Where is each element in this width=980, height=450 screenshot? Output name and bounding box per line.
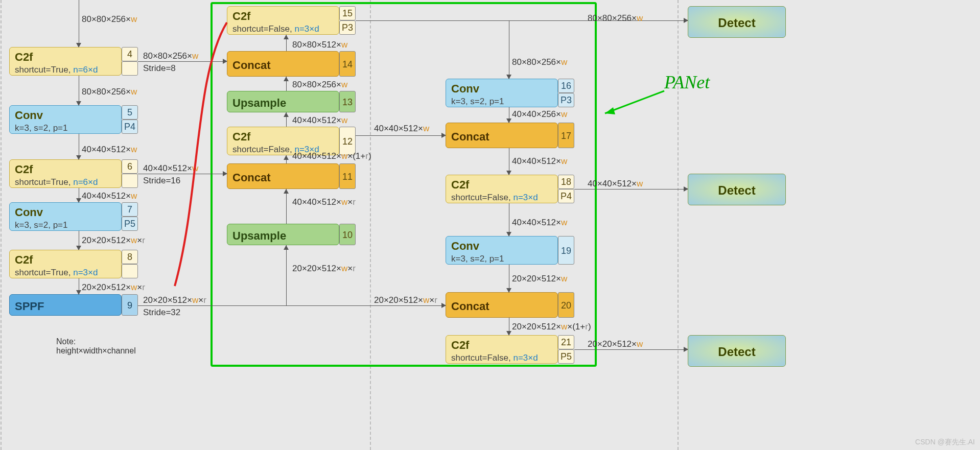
conv-5-block: Conv k=3, s=2, p=1 xyxy=(9,105,122,134)
conv-5-sub: k=3, s=2, p=1 xyxy=(15,123,116,133)
conv-16-title: Conv xyxy=(451,82,552,96)
detect-1-block: Detect xyxy=(688,6,786,38)
lbl-12-out: 40×40×512×w xyxy=(374,124,429,134)
sppf-block: SPPF xyxy=(9,294,122,316)
concat-17-id: 17 xyxy=(558,123,574,148)
detect-3-text: Detect xyxy=(718,345,755,359)
concat-11-id: 11 xyxy=(339,163,356,189)
lbl-16-17: 40×40×256×w xyxy=(512,109,567,120)
lbl-8-9: 20×20×512×w×r xyxy=(82,282,145,293)
c2f-15-title: C2f xyxy=(232,10,334,23)
panet-label: PANet xyxy=(664,72,710,93)
upsample-10-block: Upsample xyxy=(227,224,339,245)
lbl-5-6: 40×40×512×w xyxy=(82,145,137,155)
upsample-13-title: Upsample xyxy=(232,97,286,109)
upsample-10-id: 10 xyxy=(339,224,356,245)
concat-11-block: Concat xyxy=(227,163,339,189)
c2f-15-p: P3 xyxy=(339,20,356,35)
c2f-4-sub-b: n=6×d xyxy=(73,65,98,75)
upsample-13-id: 13 xyxy=(339,91,356,112)
lbl-9-out: 20×20×512×w×r xyxy=(143,295,206,305)
lbl-15-out: 80×80×256×w xyxy=(588,13,643,23)
c2f-15-block: C2f shortcut=False, n=3×d xyxy=(227,6,339,35)
lbl-top-col1: 80×80×256×w xyxy=(82,14,137,25)
concat-20-id: 20 xyxy=(558,292,574,318)
lbl-7-8: 20×20×512×w×r xyxy=(82,235,145,246)
lbl-4-5: 80×80×256×w xyxy=(82,87,137,97)
c2f-6-sub-a: shortcut=True, xyxy=(15,177,73,187)
concat-17-block: Concat xyxy=(446,123,558,148)
note-line1: Note: xyxy=(56,337,76,346)
lbl-stride32: Stride=32 xyxy=(143,307,180,318)
c2f-15-id: 15 xyxy=(339,6,356,20)
concat-14-title: Concat xyxy=(232,59,271,72)
lbl-18-out: 40×40×512×w xyxy=(588,179,643,189)
c2f-8-block: C2f shortcut=True, n=3×d xyxy=(9,250,122,278)
sppf-id: 9 xyxy=(122,294,138,316)
detect-2-text: Detect xyxy=(718,183,755,197)
concat-14-id: 14 xyxy=(339,51,356,77)
lbl-18-19: 40×40×512×w xyxy=(512,218,567,228)
conv-7-id: 7 xyxy=(122,202,138,217)
lbl-21-out: 20×20×512×w xyxy=(588,339,643,349)
conv-7-title: Conv xyxy=(15,206,116,219)
lbl-13-14: 80×80×256×w xyxy=(292,80,347,90)
concat-14-block: Concat xyxy=(227,51,339,77)
conv-19-title: Conv xyxy=(451,240,552,253)
conv-16-id: 16 xyxy=(558,79,574,93)
conv-16-sub: k=3, s=2, p=1 xyxy=(451,97,552,107)
c2f-18-sub-a: shortcut=False, xyxy=(451,193,513,202)
lbl-9-10: 20×20×512×w×r xyxy=(292,264,356,274)
c2f-18-block: C2f shortcut=False, n=3×d xyxy=(446,175,558,203)
concat-17-title: Concat xyxy=(451,130,489,143)
c2f-21-id: 21 xyxy=(558,335,574,349)
conv-5-id: 5 xyxy=(122,105,138,120)
detect-1-text: Detect xyxy=(718,16,755,30)
c2f-4-sub-a: shortcut=True, xyxy=(15,65,73,75)
c2f-8-id: 8 xyxy=(122,250,138,264)
upsample-13-block: Upsample xyxy=(227,91,339,112)
upsample-10-title: Upsample xyxy=(232,229,286,242)
lbl-20-21: 20×20×512×w×(1+r) xyxy=(512,322,591,332)
lbl-12-13: 40×40×512×w xyxy=(292,115,347,126)
c2f-18-id: 18 xyxy=(558,175,574,189)
conv-19-block: Conv k=3, s=2, p=1 xyxy=(446,236,558,265)
c2f-21-title: C2f xyxy=(451,339,552,352)
detect-2-block: Detect xyxy=(688,174,786,205)
c2f-18-sub-b: n=3×d xyxy=(513,193,538,202)
conv-7-block: Conv k=3, s=2, p=1 xyxy=(9,202,122,231)
c2f-4-id: 4 xyxy=(122,47,138,61)
c2f-21-p: P5 xyxy=(558,349,574,364)
conv-16-p: P3 xyxy=(558,93,574,107)
watermark: CSDN @赛先生.AI xyxy=(915,438,975,447)
concat-11-title: Concat xyxy=(232,171,271,184)
detect-3-block: Detect xyxy=(688,335,786,367)
lbl-10-11: 40×40×512×w×r xyxy=(292,197,356,207)
c2f-21-sub-a: shortcut=False, xyxy=(451,353,513,363)
sppf-title: SPPF xyxy=(15,300,44,313)
c2f-6-title: C2f xyxy=(15,163,116,176)
c2f-12-sub-a: shortcut=False, xyxy=(232,145,294,154)
concat-20-block: Concat xyxy=(446,292,558,318)
c2f-21-sub-b: n=3×d xyxy=(513,353,538,363)
c2f-15-sub-b: n=3×d xyxy=(294,24,319,34)
c2f-12-title: C2f xyxy=(232,130,334,144)
c2f-6-sub-b: n=6×d xyxy=(73,177,98,187)
conv-7-p: P5 xyxy=(122,217,138,231)
c2f-6-block: C2f shortcut=True, n=6×d xyxy=(9,159,122,188)
lbl-11-12: 40×40×512×w×(1+r) xyxy=(292,151,371,161)
c2f-6-id: 6 xyxy=(122,159,138,174)
lbl-stride16: Stride=16 xyxy=(143,176,180,186)
c2f-4-title: C2f xyxy=(15,51,116,64)
c2f-18-title: C2f xyxy=(451,178,552,192)
conv-19-id: 19 xyxy=(558,236,574,265)
lbl-19-20: 20×20×512×w xyxy=(512,274,567,284)
c2f-8-title: C2f xyxy=(15,253,116,267)
conv-7-sub: k=3, s=2, p=1 xyxy=(15,220,116,230)
concat-20-title: Concat xyxy=(451,300,489,313)
lbl-6-7: 40×40×512×w xyxy=(82,191,137,201)
lbl-stride8: Stride=8 xyxy=(143,63,176,74)
lbl-4-out: 80×80×256×w xyxy=(143,51,198,61)
c2f-21-block: C2f shortcut=False, n=3×d xyxy=(446,335,558,364)
c2f-8-empty xyxy=(122,264,138,278)
